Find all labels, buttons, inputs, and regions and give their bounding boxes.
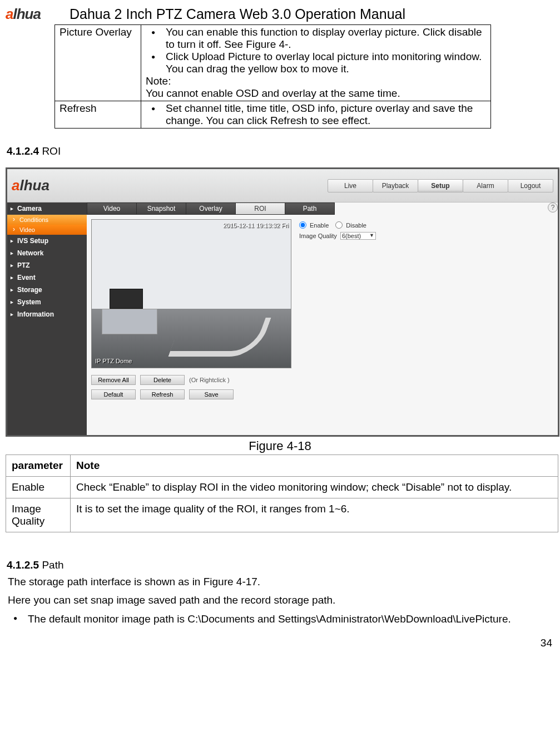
sidebar-item-storage[interactable]: Storage — [7, 284, 87, 296]
video-timestamp: 2015-12-11 19:13:32 Fri — [223, 222, 289, 229]
note-text: You cannot enable OSD and overlay at the… — [146, 87, 486, 100]
list-item: Set channel title, time title, OSD info,… — [149, 102, 486, 127]
app-header: alhua Live Playback Setup Alarm Logout — [7, 169, 558, 202]
default-button[interactable]: Default — [91, 389, 136, 399]
image-quality-label: Image Quality — [299, 233, 337, 239]
section-heading-roi: 4.1.2.4 ROI — [7, 145, 554, 157]
definition-table-overlay: Picture Overlay You can enable this func… — [54, 24, 491, 129]
figure-caption: Figure 4-18 — [6, 439, 554, 453]
video-channel-label: IP PTZ Dome — [95, 358, 132, 364]
enable-label: Enable — [310, 222, 329, 229]
section-number: 4.1.2.5 — [7, 559, 39, 571]
sidebar: Camera Conditions Video IVS Setup Networ… — [7, 202, 87, 435]
body-paragraph: The storage path interface is shown as i… — [8, 574, 552, 590]
body-paragraph: Here you can set snap image saved path a… — [8, 592, 552, 608]
sidebar-item-event[interactable]: Event — [7, 271, 87, 284]
disable-radio[interactable] — [335, 221, 343, 229]
section-title: ROI — [39, 145, 61, 157]
def-label: Picture Overlay — [55, 25, 141, 101]
sidebar-item-information[interactable]: Information — [7, 308, 87, 320]
nav-alarm[interactable]: Alarm — [463, 179, 508, 192]
tab-video[interactable]: Video — [87, 202, 137, 215]
list-item: The default monitor image path is C:\Doc… — [9, 611, 554, 627]
disable-label: Disable — [346, 222, 366, 229]
note-cell: It is to set the image quality of the RO… — [71, 498, 558, 532]
tab-bar: Video Snapshot Overlay ROI Path — [87, 202, 558, 215]
logo-accent: a — [6, 6, 13, 22]
sidebar-item-camera[interactable]: Camera — [7, 202, 87, 215]
sidebar-item-network[interactable]: Network — [7, 247, 87, 259]
help-icon[interactable]: ? — [548, 202, 558, 213]
section-number: 4.1.2.4 — [7, 145, 39, 157]
chevron-down-icon: ▼ — [369, 233, 374, 238]
sidebar-item-system[interactable]: System — [7, 296, 87, 308]
main-panel: ? Video Snapshot Overlay ROI Path 2015-1… — [87, 202, 558, 435]
top-nav: Live Playback Setup Alarm Logout — [328, 179, 553, 192]
image-quality-select[interactable]: 6(best) ▼ — [340, 232, 376, 240]
logo-rest: lhua — [13, 6, 40, 22]
list-item: Click Upload Picture to overlay local pi… — [149, 51, 486, 75]
param-cell: Image Quality — [6, 498, 71, 532]
tab-roi[interactable]: ROI — [235, 202, 285, 215]
def-desc: You can enable this function to display … — [141, 25, 491, 101]
parameter-table: parameter Note Enable Check “Enable” to … — [6, 455, 558, 532]
tab-snapshot[interactable]: Snapshot — [136, 202, 186, 215]
app-logo: alhua — [12, 177, 49, 194]
def-label: Refresh — [55, 101, 141, 129]
video-preview[interactable]: 2015-12-11 19:13:32 Fri IP PTZ Dome — [91, 219, 291, 368]
note-cell: Check “Enable” to display ROI in the vid… — [71, 477, 558, 498]
quality-value: 6(best) — [342, 233, 361, 239]
param-cell: Enable — [6, 477, 71, 498]
sidebar-sub-video[interactable]: Video — [7, 225, 87, 235]
document-header: alhua Dahua 2 Inch PTZ Camera Web 3.0 Op… — [6, 6, 554, 22]
section-heading-path: 4.1.2.5 Path — [7, 559, 554, 571]
nav-logout[interactable]: Logout — [508, 179, 553, 192]
note-label: Note: — [146, 75, 486, 87]
sidebar-item-ptz[interactable]: PTZ — [7, 259, 87, 271]
roi-controls: Enable Disable Image Quality 6(best) ▼ — [299, 219, 376, 368]
rightclick-hint: (Or Rightclick ) — [189, 377, 230, 383]
param-header: parameter — [6, 455, 71, 477]
page-number: 34 — [6, 637, 554, 649]
dahua-logo: alhua — [6, 6, 58, 22]
refresh-button[interactable]: Refresh — [140, 389, 185, 399]
remove-all-button[interactable]: Remove All — [91, 375, 136, 385]
nav-setup[interactable]: Setup — [418, 179, 463, 192]
embedded-screenshot: alhua Live Playback Setup Alarm Logout C… — [6, 167, 559, 437]
note-header: Note — [71, 455, 558, 477]
def-desc: Set channel title, time title, OSD info,… — [141, 101, 491, 129]
nav-playback[interactable]: Playback — [373, 179, 418, 192]
delete-button[interactable]: Delete — [140, 375, 185, 385]
section-title: Path — [39, 559, 63, 571]
list-item: You can enable this function to display … — [149, 26, 486, 51]
tab-path[interactable]: Path — [285, 202, 335, 215]
save-button[interactable]: Save — [189, 389, 234, 399]
sidebar-sub-conditions[interactable]: Conditions — [7, 215, 87, 225]
nav-live[interactable]: Live — [328, 179, 373, 192]
tab-overlay[interactable]: Overlay — [186, 202, 236, 215]
enable-radio[interactable] — [299, 221, 306, 229]
document-title: Dahua 2 Inch PTZ Camera Web 3.0 Operatio… — [70, 6, 405, 22]
sidebar-item-ivs[interactable]: IVS Setup — [7, 235, 87, 247]
